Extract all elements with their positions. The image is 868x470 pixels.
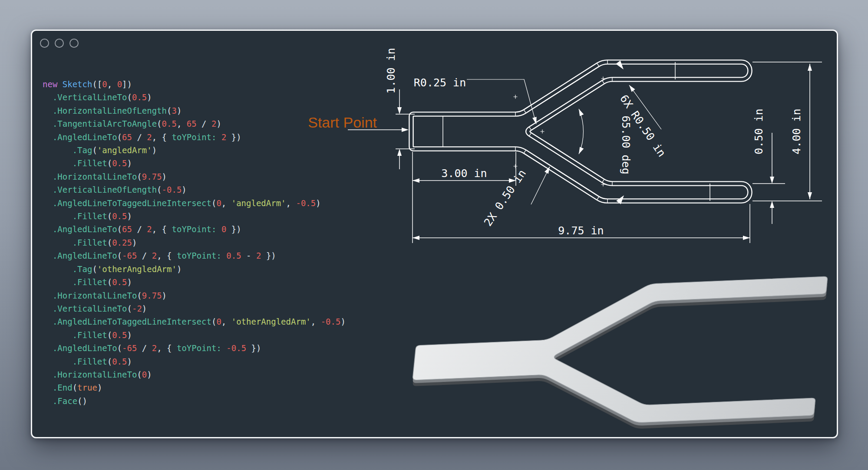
minimize-button-icon[interactable] (55, 39, 64, 48)
handle-height-label: 1.00 in (385, 48, 397, 93)
dimension-lines (348, 62, 822, 243)
total-length-label: 9.75 in (558, 224, 604, 237)
code-line: .Fillet(0.5) (43, 329, 346, 342)
code-line: .AngledLineTo(-65 / 2, { toYPoint: -0.5 … (43, 342, 346, 355)
code-line: .Fillet(0.5) (43, 355, 346, 368)
code-line: .Face() (43, 394, 346, 408)
window-controls (40, 39, 79, 48)
start-point-label: Start Point (308, 114, 377, 131)
crotch-radius-label: R0.25 in (414, 76, 466, 89)
total-height-label: 4.00 in (790, 108, 803, 154)
arm-height-label: 0.50 in (752, 108, 765, 154)
app-window: new Sketch([0, 0]) .VerticalLineTo(0.5) … (31, 30, 838, 438)
handle-length-label: 3.00 in (441, 167, 487, 180)
code-line: .VerticalLineTo(-2) (43, 302, 346, 315)
code-line: .HorizontalLineTo(0) (43, 368, 346, 381)
maximize-button-icon[interactable] (69, 39, 79, 48)
code-line: .Fillet(0.5) (43, 276, 346, 289)
part-3d (407, 276, 828, 437)
close-button-icon[interactable] (40, 39, 49, 48)
3d-render (405, 256, 835, 437)
arm-width-label: 2X 0.50 in (482, 167, 528, 228)
technical-drawing: 3.00 in 9.75 in R0.25 in 1.00 in 0.50 in… (297, 34, 837, 268)
code-line: .AngledLineToTaggedLineIntersect(0, 'oth… (43, 315, 346, 328)
branch-angle-label: 65.00 deg (620, 115, 632, 174)
code-line: .End(true) (43, 381, 346, 394)
code-line: .HorizontalLineTo(9.75) (43, 289, 346, 302)
